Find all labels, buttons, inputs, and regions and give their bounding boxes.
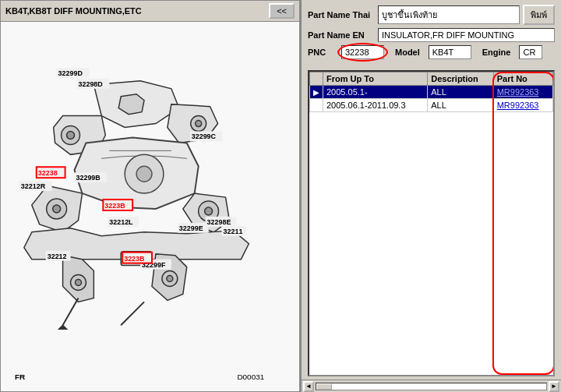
engine-label: Engine xyxy=(482,48,511,57)
row-description: ALL xyxy=(428,99,493,112)
scrollbar-thumb[interactable] xyxy=(316,383,332,390)
back-button[interactable]: << xyxy=(269,3,295,19)
print-button[interactable]: พิมพ์ xyxy=(523,5,555,25)
row-part-no[interactable]: MR992363 xyxy=(493,99,552,112)
table-row[interactable]: 2005.06.1-2011.09.3ALLMR992363 xyxy=(310,99,553,112)
row-from-up-to: 2005.06.1-2011.09.3 xyxy=(323,99,428,112)
row-description: ALL xyxy=(428,86,493,99)
row-indicator: ▶ xyxy=(310,86,323,99)
svg-text:D00031: D00031 xyxy=(237,373,264,381)
part-name-thai-value: บูชาขึ้นเพิงท้าย xyxy=(378,5,520,24)
svg-text:32299B: 32299B xyxy=(76,174,101,182)
info-panel: Part Name Thai บูชาขึ้นเพิงท้าย พิมพ์ Pa… xyxy=(300,0,561,392)
svg-text:32238: 32238 xyxy=(38,169,58,177)
svg-text:32212L: 32212L xyxy=(109,218,133,226)
svg-text:32298E: 32298E xyxy=(207,218,231,226)
part-name-thai-row: Part Name Thai บูชาขึ้นเพิงท้าย พิมพ์ xyxy=(308,5,555,25)
svg-text:3223B: 3223B xyxy=(104,202,125,210)
pnc-value: 32238 xyxy=(341,45,384,59)
svg-text:3223B: 3223B xyxy=(124,255,145,263)
part-name-en-row: Part Name EN INSULATOR,FR DIFF MOUNTING xyxy=(308,28,555,42)
diagram-panel: KB4T,KB8T DIFF MOUNTING,ETC << xyxy=(0,0,300,392)
svg-point-15 xyxy=(167,276,173,282)
svg-point-9 xyxy=(53,205,61,213)
diagram-header: KB4T,KB8T DIFF MOUNTING,ETC << xyxy=(1,1,299,22)
svg-text:32299C: 32299C xyxy=(192,132,217,140)
row-part-no[interactable]: MR992363 xyxy=(493,86,552,99)
part-name-en-label: Part Name EN xyxy=(308,30,378,40)
table-row[interactable]: ▶2005.05.1-ALLMR992363 xyxy=(310,86,553,99)
svg-text:32212: 32212 xyxy=(48,253,67,260)
model-label: Model xyxy=(395,48,420,57)
diagram-title: KB4T,KB8T DIFF MOUNTING,ETC xyxy=(5,6,142,16)
diagram-area: 32299D 32298D 32299C 32299B 32212R 32212… xyxy=(1,22,299,392)
scrollbar-track[interactable] xyxy=(316,383,547,390)
part-name-en-value: INSULATOR,FR DIFF MOUNTING xyxy=(378,28,555,42)
pnc-model-engine-row: PNC 32238 Model KB4T Engine CR xyxy=(308,45,555,59)
svg-text:32211: 32211 xyxy=(224,228,243,235)
svg-point-11 xyxy=(205,207,213,215)
col-indicator xyxy=(310,72,323,86)
svg-text:FR: FR xyxy=(15,373,25,381)
row-from-up-to: 2005.05.1- xyxy=(323,86,428,99)
scrollbar-area: ◄ ► xyxy=(302,380,561,392)
svg-text:32212R: 32212R xyxy=(21,182,46,190)
engine-value: CR xyxy=(519,45,542,59)
svg-point-13 xyxy=(76,280,82,286)
col-description: Description xyxy=(428,72,493,86)
svg-text:32299E: 32299E xyxy=(179,224,203,232)
scroll-left-button[interactable]: ◄ xyxy=(303,381,314,392)
svg-point-4 xyxy=(196,121,202,127)
diagram-svg: 32299D 32298D 32299C 32299B 32212R 32212… xyxy=(1,22,299,392)
svg-point-2 xyxy=(67,132,75,139)
svg-text:32298D: 32298D xyxy=(78,80,103,88)
part-name-thai-label: Part Name Thai xyxy=(308,10,378,19)
table-header-row: From Up To Description Part No xyxy=(310,72,553,86)
svg-text:32299D: 32299D xyxy=(58,69,83,77)
svg-point-7 xyxy=(136,166,152,182)
parts-table: From Up To Description Part No ▶2005.05.… xyxy=(309,72,553,112)
col-from-up-to: From Up To xyxy=(323,72,428,86)
parts-table-container: From Up To Description Part No ▶2005.05.… xyxy=(308,70,555,376)
model-value: KB4T xyxy=(429,45,471,59)
part-info-section: Part Name Thai บูชาขึ้นเพิงท้าย พิมพ์ Pa… xyxy=(302,0,561,67)
row-indicator xyxy=(310,99,323,112)
table-highlight-circle xyxy=(492,72,555,375)
scroll-right-button[interactable]: ► xyxy=(549,381,559,392)
col-part-no: Part No xyxy=(493,72,552,86)
pnc-label: PNC xyxy=(308,48,335,57)
